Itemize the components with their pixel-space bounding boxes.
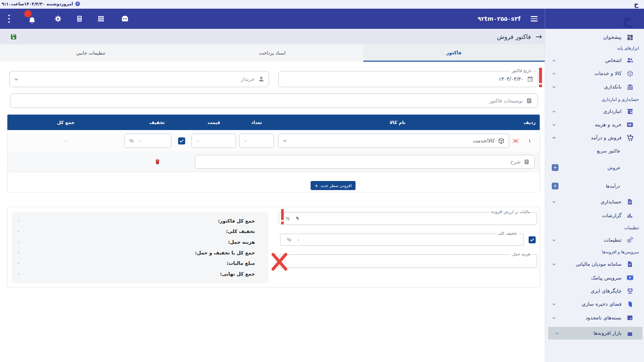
sidebar-subitem-quick-invoice[interactable]: فاکتور سریع bbox=[545, 145, 644, 157]
total-discount-label: تخفیف کلی bbox=[496, 231, 519, 236]
summary-row-total-discount: تخفیف کلی: ۰ bbox=[17, 229, 255, 234]
sidebar-item-warehousing[interactable]: انبارداری bbox=[545, 105, 644, 118]
sidebar-item-unlimited-packages[interactable]: بسته‌های نامحدود bbox=[545, 311, 644, 324]
person-icon bbox=[258, 76, 265, 82]
header-item-name: نام کالا bbox=[275, 120, 520, 125]
summary-row-total-with-discount-shipping: جمع کل با تخفیف و حمل: ۰ bbox=[17, 250, 255, 255]
sidebar-item-settings[interactable]: تنظیمات bbox=[545, 234, 644, 246]
delete-row-trash-icon[interactable] bbox=[154, 158, 161, 166]
sidebar-item-label: چاپگرهای ابری bbox=[591, 288, 622, 294]
total-discount-checkbox[interactable] bbox=[529, 236, 536, 243]
sidebar-item-persons[interactable]: اشخاص bbox=[545, 54, 644, 67]
invoice-date-label: تاریخ فاکتور bbox=[510, 68, 533, 73]
navbar-divider bbox=[545, 9, 545, 29]
sidebar-item-banking[interactable]: بانکداری bbox=[545, 80, 644, 93]
shipping-cost-input[interactable]: هزینه حمل ۰ bbox=[279, 254, 537, 268]
shopping-bag-icon bbox=[626, 330, 634, 337]
shipping-cost-label: هزینه حمل bbox=[511, 252, 532, 256]
chevron-down-icon bbox=[552, 238, 556, 242]
quantity-input[interactable]: ۰ bbox=[239, 134, 274, 148]
total-discount-input[interactable]: تخفیف کلی % ۰ bbox=[280, 234, 524, 246]
chevron-down-icon bbox=[552, 262, 556, 266]
sidebar-item-goods-services[interactable]: کالا و خدمات bbox=[545, 67, 644, 80]
row-description-input[interactable]: شرح bbox=[195, 155, 535, 169]
calculator-icon[interactable] bbox=[75, 9, 84, 29]
brand-logo-small: ح bbox=[634, 0, 639, 8]
hamburger-menu-icon[interactable] bbox=[531, 16, 538, 21]
summary-label: جمع کل نهایی: bbox=[220, 271, 255, 277]
chevron-down-icon bbox=[552, 302, 556, 306]
sidebar-item-storage-space[interactable]: فضای ذخیره سازی bbox=[545, 298, 644, 310]
plus-icon: + bbox=[315, 183, 319, 188]
summary-row-tax-amount: مبلغ مالیات: ۰ bbox=[17, 260, 255, 266]
sidebar-section-services-addons: سرویس‌ها و افزونه‌ها bbox=[545, 248, 644, 256]
assistant-robot-icon[interactable] bbox=[120, 9, 130, 29]
invoice-items-table: ردیف نام کالا تعداد قیمت تخفیف جمع کل ۱ bbox=[7, 114, 540, 192]
row-number: ۱ bbox=[520, 138, 540, 143]
datetime-text: امروزدوشنبه ۱۴۰۴/۴/۳۰ساعت۹:۱۰ bbox=[2, 1, 73, 6]
chevron-down-icon bbox=[552, 123, 556, 127]
sidebar-item-label: فضای ذخیره سازی bbox=[582, 301, 622, 307]
summary-value: ۰ bbox=[17, 261, 20, 266]
chevron-down-icon bbox=[552, 109, 556, 114]
sidebar-item-label: بسته‌های نامحدود bbox=[586, 315, 622, 321]
bank-icon bbox=[626, 83, 634, 90]
brand-logo-navbar: ح bbox=[623, 9, 633, 29]
tab-invoice[interactable]: فاکتور bbox=[363, 44, 545, 62]
percent-sign: % bbox=[287, 237, 291, 242]
apps-grid-icon[interactable] bbox=[97, 9, 105, 29]
barcode-icon[interactable] bbox=[512, 137, 520, 145]
vat-input[interactable]: مالیات بر ارزش افزوده % ۹ bbox=[279, 212, 537, 225]
sidebar-item-dashboard[interactable]: پیشخوان bbox=[545, 31, 644, 44]
package-icon bbox=[626, 314, 634, 321]
sidebar-subitem-sales[interactable]: فروش + bbox=[545, 162, 644, 173]
invoice-date-field[interactable]: تاریخ فاکتور ۱۴۰۴/۰۴/۳۰ bbox=[278, 71, 538, 87]
tab-payment-documents[interactable]: اسناد پرداخت bbox=[181, 44, 363, 62]
sidebar-item-label: سرویس پیامک bbox=[591, 275, 622, 281]
notes-list-icon bbox=[526, 98, 532, 104]
total-discount-value: ۰ bbox=[297, 237, 300, 243]
add-income-button[interactable]: + bbox=[552, 183, 558, 189]
buyer-select[interactable]: خریدار bbox=[9, 71, 269, 87]
page-title: فاکتور فروش bbox=[497, 33, 531, 40]
invoice-notes-input[interactable]: توضیحات فاکتور bbox=[10, 94, 538, 108]
summary-value: ۰ bbox=[17, 218, 20, 223]
kebab-menu-icon[interactable] bbox=[7, 9, 11, 29]
summary-label: تخفیف کلی: bbox=[226, 229, 255, 234]
add-sales-button[interactable]: + bbox=[552, 164, 558, 171]
sidebar-item-label: فروش و درآمد bbox=[591, 135, 622, 141]
summary-label: جمع کل فاکتور: bbox=[218, 218, 255, 224]
sidebar-item-sms-service[interactable]: سرویس پیامک bbox=[545, 272, 644, 284]
price-input[interactable]: ۰ bbox=[192, 134, 236, 148]
sidebar-item-accounting[interactable]: حسابداری bbox=[545, 195, 644, 208]
discount-input[interactable]: % ۰ bbox=[124, 134, 171, 148]
header-price: قیمت bbox=[190, 120, 238, 125]
clock-icon bbox=[75, 1, 80, 7]
add-row-button[interactable]: + افزودن سطر جدید bbox=[311, 181, 356, 190]
discount-percent-checkbox[interactable] bbox=[178, 137, 185, 144]
back-arrow-icon[interactable]: → bbox=[536, 33, 542, 41]
sidebar-subitem-incomes[interactable]: درآمدها + bbox=[545, 180, 644, 192]
item-select[interactable]: کالا/خدمت bbox=[278, 134, 509, 148]
summary-row-final-total: جمع کل نهایی: ۰ bbox=[17, 271, 255, 277]
header-row-number: ردیف bbox=[520, 120, 540, 125]
sms-icon bbox=[626, 275, 634, 282]
sidebar-item-addons-market[interactable]: بازار افزونه‌ها bbox=[548, 327, 642, 340]
sidebar-item-reports[interactable]: گزارشات bbox=[545, 209, 644, 222]
sidebar-item-purchase-expense[interactable]: خرید و هزینه bbox=[545, 118, 644, 131]
document-icon bbox=[626, 198, 634, 205]
summary-value: ۰ bbox=[17, 240, 20, 245]
sidebar-item-tax-system[interactable]: سامانه مودیان مالیاتی bbox=[545, 258, 644, 270]
sidebar-item-sales-income[interactable]: فروش و درآمد bbox=[545, 131, 644, 144]
percent-sign: % bbox=[285, 216, 290, 221]
tab-side-settings[interactable]: تنظیمات جانبی bbox=[0, 44, 181, 62]
bar-chart-icon bbox=[626, 212, 634, 219]
printer-icon bbox=[626, 288, 634, 295]
gear-icon[interactable] bbox=[54, 9, 62, 29]
notifications-bell-icon[interactable]: ۰ bbox=[27, 9, 37, 29]
sidebar-item-cloud-printers[interactable]: چاپگرهای ابری bbox=[545, 285, 644, 297]
save-icon[interactable] bbox=[10, 33, 17, 40]
sidebar-item-label: حسابداری bbox=[601, 199, 622, 205]
sidebar-item-label: تنظیمات bbox=[604, 237, 622, 243]
table-header-row: ردیف نام کالا تعداد قیمت تخفیف جمع کل bbox=[7, 115, 540, 130]
